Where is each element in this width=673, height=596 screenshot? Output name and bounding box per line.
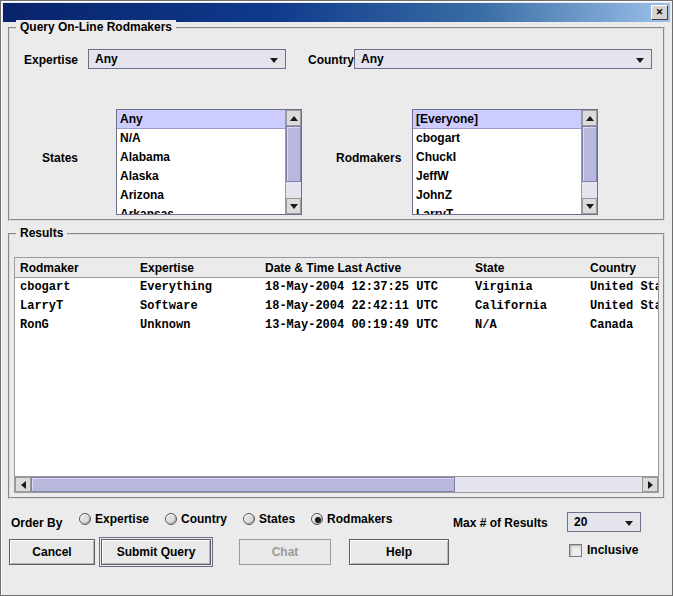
scroll-thumb[interactable] bbox=[31, 477, 455, 492]
order-by-label: Order By bbox=[11, 516, 62, 530]
scroll-right-button[interactable] bbox=[642, 477, 658, 492]
radio-icon bbox=[243, 513, 255, 525]
results-table-body: cbogart Everything 18-May-2004 12:37:25 … bbox=[15, 278, 658, 476]
scroll-left-button[interactable] bbox=[15, 477, 31, 492]
rodmakers-list-item[interactable]: cbogart bbox=[413, 129, 581, 148]
states-listbox: Any N/A Alabama Alaska Arizo bbox=[116, 109, 302, 215]
column-header-rodmaker[interactable]: Rodmaker bbox=[15, 258, 135, 277]
query-group-title: Query On-Line Rodmakers bbox=[16, 20, 176, 34]
country-combobox-value: Any bbox=[361, 52, 384, 66]
radio-icon bbox=[79, 513, 91, 525]
checkbox-icon bbox=[569, 544, 582, 557]
results-table: Rodmaker Expertise Date & Time Last Acti… bbox=[14, 257, 659, 493]
scroll-down-icon bbox=[290, 204, 298, 209]
inclusive-checkbox[interactable]: Inclusive bbox=[569, 543, 638, 557]
states-list-item[interactable]: Arizona bbox=[117, 186, 285, 205]
states-list-item[interactable]: Any bbox=[117, 110, 285, 129]
rodmakers-listbox: [Everyone] cbogart ChuckI JeffW bbox=[412, 109, 598, 215]
rodmakers-list-scrollbar bbox=[581, 110, 597, 214]
column-header-last-active[interactable]: Date & Time Last Active bbox=[260, 258, 470, 277]
states-label: States bbox=[42, 151, 78, 165]
rodmakers-list-items: [Everyone] cbogart ChuckI JeffW bbox=[413, 110, 581, 214]
scroll-down-button[interactable] bbox=[582, 198, 597, 214]
country-combobox[interactable]: Any bbox=[354, 49, 652, 69]
query-groupbox: Query On-Line Rodmakers Expertise Any Co… bbox=[8, 27, 665, 221]
order-by-options: Expertise Country States Rodmakers bbox=[79, 512, 392, 526]
states-list-items: Any N/A Alabama Alaska Arizo bbox=[117, 110, 285, 214]
scroll-left-icon bbox=[21, 481, 26, 489]
scroll-thumb[interactable] bbox=[582, 126, 597, 182]
states-list-item[interactable]: Arkansas bbox=[117, 205, 285, 214]
order-by-radio[interactable]: Expertise bbox=[79, 512, 149, 526]
query-rodmakers-window: Query On-Line Rodmakers Expertise Any Co… bbox=[0, 0, 673, 596]
scroll-track[interactable] bbox=[286, 126, 301, 198]
rodmakers-list-item[interactable]: JeffW bbox=[413, 167, 581, 186]
scroll-up-button[interactable] bbox=[286, 110, 301, 126]
help-button[interactable]: Help bbox=[349, 539, 449, 565]
scroll-down-icon bbox=[586, 204, 594, 209]
rodmakers-label: Rodmakers bbox=[336, 151, 401, 165]
scroll-down-button[interactable] bbox=[286, 198, 301, 214]
chevron-down-icon bbox=[625, 521, 633, 526]
column-header-state[interactable]: State bbox=[470, 258, 585, 277]
close-button[interactable] bbox=[651, 5, 668, 20]
country-label: Country bbox=[308, 53, 354, 67]
scroll-up-button[interactable] bbox=[582, 110, 597, 126]
chevron-down-icon bbox=[270, 58, 278, 63]
states-list-item[interactable]: Alaska bbox=[117, 167, 285, 186]
submit-query-button[interactable]: Submit Query bbox=[101, 539, 211, 565]
expertise-combobox-value: Any bbox=[95, 52, 118, 66]
results-horizontal-scrollbar bbox=[15, 476, 658, 492]
column-header-country[interactable]: Country bbox=[585, 258, 658, 277]
radio-icon bbox=[311, 513, 323, 525]
results-groupbox: Results Rodmaker Expertise Date & Time L… bbox=[8, 233, 665, 499]
cancel-button[interactable]: Cancel bbox=[9, 539, 95, 565]
expertise-label: Expertise bbox=[24, 53, 78, 67]
results-table-header: Rodmaker Expertise Date & Time Last Acti… bbox=[15, 258, 658, 278]
radio-icon bbox=[165, 513, 177, 525]
max-results-value: 20 bbox=[574, 515, 587, 529]
states-list-item[interactable]: Alabama bbox=[117, 148, 285, 167]
table-row[interactable]: RonG Unknown 13-May-2004 00:19:49 UTC N/… bbox=[15, 316, 658, 335]
chevron-down-icon bbox=[636, 58, 644, 63]
table-row[interactable]: LarryT Software 18-May-2004 22:42:11 UTC… bbox=[15, 297, 658, 316]
rodmakers-list-item[interactable]: [Everyone] bbox=[413, 110, 581, 129]
states-list-scrollbar bbox=[285, 110, 301, 214]
max-results-combobox[interactable]: 20 bbox=[567, 512, 641, 532]
states-list-item[interactable]: N/A bbox=[117, 129, 285, 148]
table-row[interactable]: cbogart Everything 18-May-2004 12:37:25 … bbox=[15, 278, 658, 297]
scroll-up-icon bbox=[290, 116, 298, 121]
scroll-thumb[interactable] bbox=[286, 126, 301, 182]
rodmakers-list-item[interactable]: LarryT bbox=[413, 205, 581, 214]
column-header-expertise[interactable]: Expertise bbox=[135, 258, 260, 277]
order-by-radio[interactable]: Rodmakers bbox=[311, 512, 392, 526]
scroll-right-icon bbox=[648, 481, 653, 489]
max-results-label: Max # of Results bbox=[453, 516, 548, 530]
scroll-up-icon bbox=[586, 116, 594, 121]
scroll-track[interactable] bbox=[582, 126, 597, 198]
chat-button[interactable]: Chat bbox=[239, 539, 331, 565]
order-by-radio[interactable]: Country bbox=[165, 512, 227, 526]
inclusive-label: Inclusive bbox=[587, 543, 638, 557]
results-group-title: Results bbox=[16, 226, 67, 240]
rodmakers-list-item[interactable]: ChuckI bbox=[413, 148, 581, 167]
order-by-radio[interactable]: States bbox=[243, 512, 295, 526]
expertise-combobox[interactable]: Any bbox=[88, 49, 286, 69]
rodmakers-list-item[interactable]: JohnZ bbox=[413, 186, 581, 205]
scroll-track[interactable] bbox=[31, 477, 642, 492]
